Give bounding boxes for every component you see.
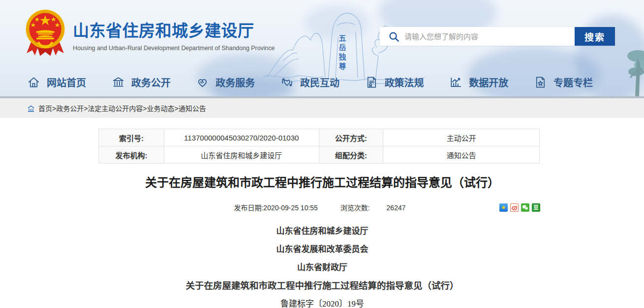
nav-item-label: 政务服务	[215, 75, 255, 89]
main-nav: 网站首页 政务公开 政务服务	[27, 72, 593, 92]
info-value-index-number: 113700000045030270/2020-01030	[164, 129, 319, 146]
site-title-block: 山东省住房和城乡建设厅 Housing and Urban-Rural Deve…	[73, 18, 309, 52]
info-label-index-number: 索引号:	[99, 129, 164, 146]
national-emblem-logo	[24, 8, 67, 58]
info-label-issuing-agency: 发布机构:	[99, 146, 164, 164]
info-value-issuing-agency: 山东省住房和城乡建设厅	[164, 146, 319, 164]
document-info-table: 索引号: 113700000045030270/2020-01030 公开方式:…	[98, 129, 540, 164]
article-meta-text: 发布日期:2020-09-25 10:55 浏览次数: 26247	[98, 202, 541, 214]
star-document-icon	[534, 76, 547, 89]
table-row: 索引号: 113700000045030270/2020-01030 公开方式:…	[99, 129, 540, 146]
home-icon	[27, 76, 40, 89]
site-header: 五岳独尊	[0, 0, 644, 96]
government-building-icon	[112, 76, 125, 89]
handshake-icon	[196, 76, 209, 89]
breadcrumb-bar: 首页>政务公开>法定主动公开内容>业务动态>通知公告	[0, 98, 644, 118]
info-value-disclosure-method: 主动公开	[383, 129, 540, 146]
search-icon	[388, 31, 399, 42]
share-buttons: ★ 豆	[499, 203, 540, 212]
site-subtitle: Housing and Urban-Rural Development Depa…	[73, 45, 309, 52]
nav-item-label: 政策法规	[385, 75, 424, 89]
weibo-share-icon[interactable]	[510, 203, 519, 212]
article-body-line: 关于在房屋建筑和市政工程中推行施工过程结算的指导意见（试行）	[52, 277, 593, 295]
nav-item-interaction[interactable]: 政民互动	[280, 75, 339, 89]
search-input[interactable]	[404, 32, 574, 41]
search-button[interactable]: 搜索	[575, 27, 615, 46]
nav-item-label: 专题专栏	[553, 75, 593, 89]
page: 五岳独尊	[0, 0, 644, 308]
nav-item-special-topics[interactable]: 专题专栏	[534, 75, 593, 89]
info-label-disclosure-method: 公开方式:	[319, 129, 383, 146]
article-body: 山东省住房和城乡建设厅 山东省发展和改革委员会 山东省财政厅 关于在房屋建筑和市…	[52, 222, 593, 308]
article-body-line: 山东省发展和改革委员会	[52, 240, 593, 258]
nav-item-label: 政民互动	[300, 75, 339, 89]
nav-item-policies[interactable]: 政策法规	[365, 75, 424, 89]
article-title: 关于在房屋建筑和市政工程中推行施工过程结算的指导意见（试行）	[52, 173, 593, 190]
document-number: 鲁建标字〔2020〕19号	[52, 295, 593, 308]
mountain-caption: 五岳独尊	[338, 34, 346, 72]
nav-item-disclosure[interactable]: 政务公开	[112, 75, 171, 89]
views-count: 26247	[387, 204, 406, 212]
heart-interaction-icon	[280, 76, 294, 89]
tree-illustration	[615, 43, 644, 96]
nav-item-home[interactable]: 网站首页	[27, 75, 86, 89]
publish-date: 发布日期:2020-09-25 10:55	[234, 204, 317, 212]
data-chart-icon	[449, 76, 462, 89]
nav-item-label: 数据开放	[469, 75, 508, 89]
breadcrumb-home-icon	[27, 105, 35, 112]
wechat-share-icon[interactable]	[521, 203, 529, 212]
info-label-category: 组配分类:	[319, 146, 383, 164]
table-row: 发布机构: 山东省住房和城乡建设厅 组配分类: 通知公告	[99, 146, 540, 164]
article-meta-row: 发布日期:2020-09-25 10:55 浏览次数: 26247 ★ 豆	[98, 202, 541, 214]
douban-share-icon[interactable]: 豆	[532, 203, 540, 212]
nav-item-label: 政务公开	[131, 75, 171, 89]
breadcrumb[interactable]: 首页>政务公开>法定主动公开内容>业务动态>通知公告	[27, 103, 206, 113]
views-label: 浏览次数:	[340, 204, 370, 212]
nav-item-label: 网站首页	[47, 75, 86, 89]
nav-item-open-data[interactable]: 数据开放	[449, 75, 508, 89]
qzone-share-icon[interactable]: ★	[499, 203, 508, 212]
article-body-line: 山东省住房和城乡建设厅	[52, 222, 593, 240]
info-value-category: 通知公告	[383, 146, 540, 164]
breadcrumb-text: 首页>政务公开>法定主动公开内容>业务动态>通知公告	[38, 103, 206, 113]
search-field	[380, 27, 575, 46]
nav-item-services[interactable]: 政务服务	[196, 75, 255, 89]
search-box: 搜索	[380, 27, 615, 46]
site-title: 山东省住房和城乡建设厅	[73, 18, 309, 41]
article-body-line: 山东省财政厅	[52, 258, 593, 277]
policy-document-icon	[365, 76, 378, 89]
